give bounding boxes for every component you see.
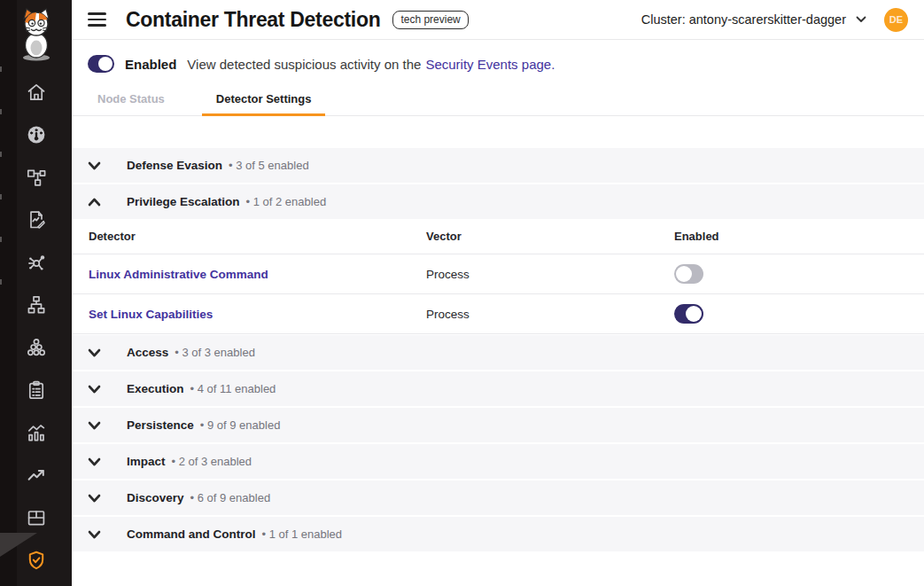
top-bar: Container Threat Detection tech preview … — [72, 0, 924, 40]
section-count: • 1 of 2 enabled — [246, 195, 327, 208]
chevron-down-icon[interactable] — [88, 457, 101, 466]
node-group-icon[interactable] — [26, 337, 47, 358]
cluster-tree-icon[interactable] — [26, 294, 47, 316]
tab-node-status[interactable]: Node Status — [83, 82, 179, 116]
home-icon[interactable] — [26, 82, 47, 103]
monitoring-chart-icon[interactable] — [26, 422, 47, 443]
chevron-down-icon[interactable] — [88, 530, 101, 539]
packages-icon[interactable] — [26, 507, 47, 528]
section-count: • 4 of 11 enabled — [190, 382, 276, 395]
vector-value: Process — [426, 268, 470, 281]
section-label: Execution — [127, 382, 184, 395]
chevron-up-icon[interactable] — [88, 198, 101, 207]
security-shield-icon[interactable] — [26, 550, 47, 571]
avatar[interactable]: DE — [884, 8, 908, 32]
section-label: Access — [127, 346, 168, 359]
chevron-down-icon[interactable] — [88, 385, 101, 394]
cluster-label: Cluster: antony-scarerskitter-dagger — [641, 12, 846, 27]
column-header-vector: Vector — [426, 230, 674, 243]
section-label: Privilege Escalation — [127, 195, 240, 208]
chevron-down-icon[interactable] — [88, 421, 101, 430]
chevron-down-icon — [856, 16, 866, 23]
section-label: Persistence — [127, 418, 194, 432]
section-count: • 6 of 9 enabled — [190, 491, 271, 504]
sub-header: Enabled View detected suspicious activit… — [72, 40, 924, 116]
detection-enabled-toggle[interactable] — [88, 55, 114, 73]
section-label: Discovery — [127, 491, 184, 504]
section-defense-evasion[interactable]: Defense Evasion • 3 of 5 enabled — [72, 148, 924, 183]
section-label: Impact — [127, 455, 166, 468]
connections-icon[interactable] — [26, 252, 47, 273]
detector-settings-panel: Defense Evasion • 3 of 5 enabled Privile… — [72, 116, 924, 551]
dashboard-gauge-icon[interactable] — [26, 124, 47, 145]
page-title: Container Threat Detection — [126, 8, 380, 32]
enabled-description: View detected suspicious activity on the — [187, 57, 421, 72]
section-command-and-control[interactable]: Command and Control • 1 of 1 enabled — [72, 517, 924, 551]
section-discovery[interactable]: Discovery • 6 of 9 enabled — [72, 481, 924, 515]
section-count: • 3 of 3 enabled — [175, 346, 255, 359]
table-row: Set Linux Capabilities Process — [72, 294, 924, 334]
detector-link[interactable]: Set Linux Capabilities — [89, 308, 213, 321]
chevron-down-icon[interactable] — [88, 494, 101, 503]
sidebar-nav — [0, 82, 72, 571]
topology-icon[interactable] — [26, 167, 47, 188]
cat-mascot-logo[interactable] — [15, 7, 58, 64]
tab-detector-settings[interactable]: Detector Settings — [202, 82, 326, 116]
security-events-link[interactable]: Security Events page. — [425, 57, 555, 72]
detector-toggle[interactable] — [674, 264, 703, 284]
detector-link[interactable]: Linux Administrative Command — [89, 268, 268, 281]
section-execution[interactable]: Execution • 4 of 11 enabled — [72, 371, 924, 406]
column-header-enabled: Enabled — [674, 230, 924, 243]
table-header: Detector Vector Enabled — [72, 219, 924, 254]
section-impact[interactable]: Impact • 2 of 3 enabled — [72, 444, 924, 479]
section-count: • 2 of 3 enabled — [172, 455, 252, 468]
enable-row: Enabled View detected suspicious activit… — [72, 40, 924, 73]
section-count: • 1 of 1 enabled — [262, 527, 343, 541]
tab-bar: Node Status Detector Settings — [72, 82, 924, 116]
section-label: Defense Evasion — [127, 159, 222, 172]
edge-mark — [0, 66, 2, 72]
table-row: Linux Administrative Command Process — [72, 254, 924, 294]
chevron-down-icon[interactable] — [88, 161, 101, 170]
main-area: Container Threat Detection tech preview … — [72, 0, 924, 586]
compliance-clipboard-icon[interactable] — [26, 379, 47, 401]
column-header-detector: Detector — [89, 230, 426, 243]
cluster-dropdown[interactable]: Cluster: antony-scarerskitter-dagger — [641, 12, 866, 27]
section-label: Command and Control — [127, 527, 256, 541]
trends-icon[interactable] — [26, 465, 47, 486]
section-count: • 9 of 9 enabled — [200, 418, 281, 432]
chevron-down-icon[interactable] — [88, 348, 101, 357]
section-access[interactable]: Access • 3 of 3 enabled — [72, 335, 924, 370]
vector-value: Process — [426, 308, 470, 321]
sidebar — [0, 0, 72, 586]
section-persistence[interactable]: Persistence • 9 of 9 enabled — [72, 408, 924, 442]
enabled-label: Enabled — [125, 57, 176, 72]
menu-icon[interactable] — [88, 12, 106, 27]
section-privilege-escalation[interactable]: Privilege Escalation • 1 of 2 enabled — [72, 184, 924, 219]
detector-toggle[interactable] — [674, 304, 703, 324]
section-count: • 3 of 5 enabled — [229, 159, 309, 172]
detector-table: Detector Vector Enabled Linux Administra… — [72, 219, 924, 334]
audit-document-icon[interactable] — [26, 209, 47, 230]
tech-preview-badge: tech preview — [392, 11, 468, 29]
